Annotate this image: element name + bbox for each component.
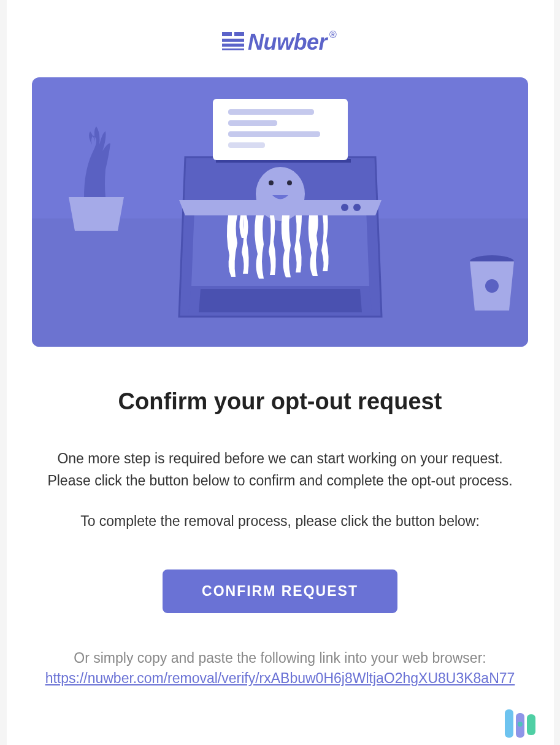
svg-point-17 <box>269 180 274 185</box>
chat-bar-icon <box>505 709 513 738</box>
alt-instruction-text: Or simply copy and paste the following l… <box>36 650 524 666</box>
svg-rect-12 <box>228 109 314 115</box>
chat-bar-icon <box>516 713 524 738</box>
svg-point-9 <box>353 204 361 211</box>
chat-bar-icon <box>527 714 535 735</box>
chat-widget-icon[interactable] <box>505 709 535 738</box>
svg-point-8 <box>341 204 348 211</box>
logo-bars-icon <box>222 32 244 53</box>
brand-logo: Nuwber ® <box>222 29 338 55</box>
svg-rect-4 <box>222 48 244 50</box>
email-body: Nuwber ® <box>7 0 554 745</box>
logo-container: Nuwber ® <box>7 29 554 55</box>
body-paragraph-1: One more step is required before we can … <box>36 448 524 492</box>
registered-mark: ® <box>329 29 337 41</box>
svg-rect-0 <box>222 32 232 36</box>
svg-point-18 <box>287 180 292 185</box>
svg-point-7 <box>485 279 499 293</box>
verify-link[interactable]: https://nuwber.com/removal/verify/rxABbu… <box>38 670 523 687</box>
svg-rect-3 <box>222 44 244 47</box>
shredder-illustration-icon <box>32 77 528 347</box>
page-title: Confirm your opt-out request <box>36 388 524 415</box>
brand-name: Nuwber <box>248 29 327 55</box>
body-paragraph-2: To complete the removal process, please … <box>36 510 524 533</box>
confirm-request-button[interactable]: CONFIRM REQUEST <box>163 569 397 613</box>
svg-rect-15 <box>228 142 265 148</box>
svg-point-16 <box>256 167 305 221</box>
svg-rect-13 <box>228 120 277 126</box>
svg-rect-2 <box>222 39 244 42</box>
svg-rect-11 <box>213 99 348 160</box>
svg-rect-14 <box>228 131 320 137</box>
hero-illustration <box>32 77 528 347</box>
content-section: Confirm your opt-out request One more st… <box>7 388 554 687</box>
svg-rect-1 <box>234 32 244 36</box>
